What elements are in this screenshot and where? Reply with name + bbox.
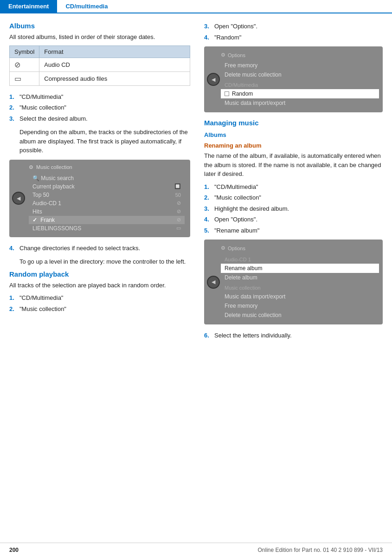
option-delete-collection: Delete music collection: [221, 70, 379, 79]
symbol-format-table: Symbol Format ⊘ Audio CD ▭ Compressed au…: [9, 45, 190, 86]
step-text: "Rename album": [214, 226, 383, 235]
options-title-text-2: Options: [228, 246, 245, 251]
format-audio-cd: Audio CD: [39, 58, 190, 71]
options-screenshot: ◀ ⚙ Options Free memory Delete music col…: [204, 46, 383, 112]
list-item: 1. "CD/Multimedia": [204, 182, 383, 192]
hits-label: Hits: [32, 208, 42, 215]
list-item: 2. "Music collection": [9, 103, 190, 112]
screen-row-audio-cd1: Audio-CD 1 ⊘: [29, 199, 185, 207]
list-item: 3. Highlight the desired album.: [204, 204, 383, 214]
step-text: "CD/Multimedia": [214, 182, 383, 192]
lieblingssongs-label: LIEBLINGSSONGS: [32, 225, 81, 232]
step-num: 5.: [204, 226, 214, 235]
frank-label: ✓ Frank: [32, 217, 55, 223]
random-steps-cont: 3. Open "Options". 4. "Random": [204, 22, 383, 42]
step-text: "CD/Multimedia": [19, 293, 190, 303]
step-num: 1.: [204, 182, 214, 192]
screen-row-hits: Hits ⊘: [29, 207, 185, 216]
step-num: 3.: [204, 204, 214, 214]
renaming-steps: 1. "CD/Multimedia" 2. "Music collection"…: [204, 182, 383, 235]
step3-subtext: Depending on the album, the tracks or th…: [19, 128, 190, 155]
step-num: 2.: [204, 193, 214, 202]
random-playback-title: Random playback: [9, 270, 190, 278]
controller-icon: ◀: [207, 73, 220, 86]
step4-subtext: To go up a level in the directory: move …: [19, 257, 190, 266]
option-audio-cd1-label: Audio-CD 1: [221, 255, 379, 264]
renaming-title: Renaming an album: [204, 142, 383, 149]
screen-title: ⚙ Music collection: [29, 164, 185, 170]
symbol-audio-cd: ⊘: [10, 58, 39, 71]
steps-list-1: 1. "CD/Multimedia" 2. "Music collection"…: [9, 92, 190, 123]
option-free-memory: Free memory: [221, 61, 379, 70]
footer-copyright: Online Edition for Part no. 01 40 2 910 …: [257, 547, 383, 553]
step-text: "Random": [214, 33, 383, 42]
list-item: 6. Select the letters individually.: [204, 331, 383, 340]
step-text: Open "Options".: [214, 215, 383, 224]
albums2-title: Albums: [204, 131, 383, 138]
audio-cd1-label: Audio-CD 1: [32, 200, 61, 207]
step-num: 1.: [9, 293, 19, 303]
right-column: 3. Open "Options". 4. "Random" ◀ ⚙ Optio…: [204, 22, 383, 345]
step-num: 3.: [204, 22, 214, 31]
table-row: ⊘ Audio CD: [10, 58, 190, 71]
step-num: 2.: [9, 103, 19, 112]
tab-entertainment[interactable]: Entertainment: [0, 0, 57, 13]
step-text: Select the desired album.: [19, 114, 190, 123]
list-item: 2. "Music collection": [9, 304, 190, 314]
tab-cd-multimedia[interactable]: CD/multimedia: [57, 0, 116, 13]
screen-inner: ⚙ Music collection 🔍 Music search Curren…: [29, 164, 185, 233]
albums-intro: All stored albums, listed in order of th…: [9, 32, 190, 42]
step-num: 2.: [9, 304, 19, 314]
checkmark-icon: ✓: [32, 217, 37, 223]
step-text: "Music collection": [214, 193, 383, 202]
step-num: 1.: [9, 92, 19, 102]
options-inner-2: ⚙ Options Audio-CD 1 Rename album Delete…: [221, 244, 379, 320]
step-text: "Music collection": [19, 304, 190, 314]
gear-icon-sm: ⚙: [221, 245, 225, 251]
list-item: 1. "CD/Multimedia": [9, 293, 190, 303]
step-text: "CD/Multimedia": [19, 92, 190, 102]
screen-row-music-search: 🔍 Music search: [29, 174, 185, 182]
step-text: Highlight the desired album.: [214, 204, 383, 214]
step-num: 3.: [9, 114, 19, 123]
list-item: 4. Open "Options".: [204, 215, 383, 224]
option-music-data-import: Music data import/export: [221, 98, 379, 108]
step-num: 4.: [204, 33, 214, 42]
table-header-format: Format: [39, 45, 190, 58]
option-music-data-import-export: Music data import/export: [221, 292, 379, 301]
albums-title: Albums: [9, 22, 190, 30]
options-title: ⚙ Options: [221, 51, 379, 61]
top50-label: Top 50: [32, 192, 49, 198]
random-playback-intro: All tracks of the selection are played b…: [9, 281, 190, 290]
page-header: Entertainment CD/multimedia: [0, 0, 392, 13]
list-item: 4. "Random": [204, 33, 383, 42]
top50-value: 50: [175, 192, 181, 198]
step-text: Change directories if needed to select t…: [19, 244, 190, 253]
hits-icon: ⊘: [177, 208, 181, 214]
gear-icon: ⚙: [29, 164, 33, 170]
steps-list-2: 4. Change directories if needed to selec…: [9, 244, 190, 253]
options-title-text: Options: [228, 52, 245, 58]
gear-icon-sm: ⚙: [221, 52, 225, 58]
option-section-music-coll: Music collection: [221, 284, 379, 292]
random-steps-list: 1. "CD/Multimedia" 2. "Music collection": [9, 293, 190, 313]
step-num: 4.: [204, 215, 214, 224]
list-item: 5. "Rename album": [204, 226, 383, 235]
main-content: Albums All stored albums, listed in orde…: [0, 13, 392, 345]
symbol-compressed: ▭: [10, 71, 39, 85]
list-item: 3. Select the desired album.: [9, 114, 190, 123]
checkbox-icon: [225, 91, 229, 96]
format-compressed: Compressed audio files: [39, 71, 190, 85]
audio-cd1-icon: ⊘: [177, 200, 181, 206]
screen-row-top50: Top 50 50: [29, 191, 185, 199]
left-column: Albums All stored albums, listed in orde…: [9, 22, 190, 345]
list-item: 4. Change directories if needed to selec…: [9, 244, 190, 253]
screen-row-lieblingssongs: LIEBLINGSSONGS ▭: [29, 224, 185, 233]
page-footer: 200 Online Edition for Part no. 01 40 2 …: [0, 543, 392, 557]
music-search-label: 🔍 Music search: [32, 175, 74, 181]
step-num: 6.: [204, 331, 214, 340]
step6-list: 6. Select the letters individually.: [204, 331, 383, 340]
option-delete-music-coll: Delete music collection: [221, 311, 379, 320]
step-text: Open "Options".: [214, 22, 383, 31]
controller-icon: ◀: [207, 276, 220, 289]
